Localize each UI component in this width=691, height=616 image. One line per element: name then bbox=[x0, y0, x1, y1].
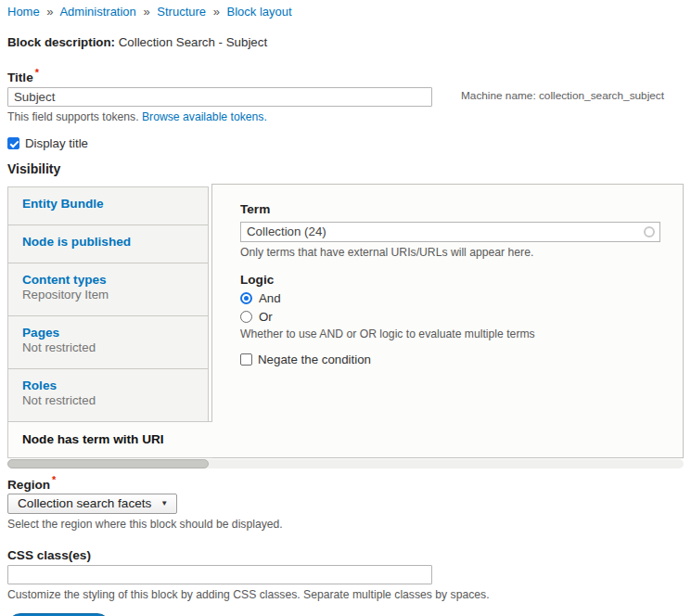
tab-pages[interactable]: Pages Not restricted bbox=[7, 315, 209, 369]
logic-and-row: And bbox=[240, 291, 660, 305]
block-configure-page: Home » Administration » Structure » Bloc… bbox=[0, 0, 691, 616]
tab-title: Node has term with URI bbox=[22, 431, 208, 447]
visibility-heading: Visibility bbox=[7, 161, 684, 176]
title-input[interactable] bbox=[7, 87, 432, 107]
tab-summary: Not restricted bbox=[22, 393, 203, 408]
logic-description: Whether to use AND or OR logic to evalua… bbox=[240, 327, 660, 340]
region-select-value: Collection search facets bbox=[18, 496, 151, 510]
logic-or-radio[interactable] bbox=[240, 311, 252, 323]
tab-title: Entity Bundle bbox=[22, 196, 203, 212]
negate-condition-row: Negate the condition bbox=[240, 353, 660, 366]
tab-title: Content types bbox=[22, 272, 203, 288]
logic-or-row: Or bbox=[240, 310, 660, 324]
term-input-wrap bbox=[240, 222, 660, 242]
required-marker: * bbox=[52, 474, 56, 485]
title-label-text: Title bbox=[7, 71, 33, 84]
term-label: Term bbox=[240, 202, 660, 216]
tab-title: Roles bbox=[22, 378, 203, 393]
css-classes-label: CSS class(es) bbox=[7, 548, 684, 562]
negate-condition-label[interactable]: Negate the condition bbox=[258, 353, 371, 366]
css-classes-description: Customize the styling of this block by a… bbox=[7, 588, 684, 601]
tab-summary: Not restricted bbox=[22, 340, 203, 355]
region-label: Region* bbox=[7, 474, 684, 492]
horizontal-scrollbar-track[interactable] bbox=[7, 459, 684, 468]
tab-node-has-term-with-uri[interactable]: Node has term with URI bbox=[7, 421, 212, 458]
tab-title: Node is published bbox=[22, 234, 203, 250]
logic-or-label[interactable]: Or bbox=[259, 310, 273, 324]
term-autocomplete-input[interactable] bbox=[240, 222, 660, 242]
tab-title: Pages bbox=[22, 325, 203, 340]
breadcrumb-link-home[interactable]: Home bbox=[7, 5, 40, 19]
breadcrumb: Home » Administration » Structure » Bloc… bbox=[7, 5, 684, 19]
css-classes-input[interactable] bbox=[7, 565, 432, 584]
block-description-value: Collection Search - Subject bbox=[119, 35, 267, 49]
chevron-down-icon: ▼ bbox=[160, 499, 168, 507]
title-row: Machine name: collection_search_subject bbox=[7, 84, 684, 107]
logic-label: Logic bbox=[240, 273, 660, 287]
block-description-row: Block description: Collection Search - S… bbox=[7, 35, 684, 49]
display-title-label[interactable]: Display title bbox=[25, 136, 88, 150]
autocomplete-throbber-icon bbox=[644, 226, 655, 237]
browse-tokens-link[interactable]: Browse available tokens. bbox=[142, 110, 267, 123]
tab-node-is-published[interactable]: Node is published bbox=[7, 225, 209, 263]
term-description: Only terms that have external URIs/URLs … bbox=[240, 246, 660, 259]
tab-summary: Repository Item bbox=[22, 288, 203, 302]
region-label-text: Region bbox=[7, 477, 50, 491]
breadcrumb-separator: » bbox=[46, 5, 53, 19]
block-description-label: Block description: bbox=[7, 35, 115, 49]
title-description-text: This field supports tokens. bbox=[7, 110, 139, 123]
negate-condition-checkbox[interactable] bbox=[240, 353, 252, 366]
visibility-tab-menu: Entity Bundle Node is published Content … bbox=[7, 186, 209, 458]
title-label: Title* bbox=[7, 67, 684, 84]
required-marker: * bbox=[35, 67, 39, 78]
horizontal-scrollbar-thumb[interactable] bbox=[7, 459, 209, 468]
tab-entity-bundle[interactable]: Entity Bundle bbox=[7, 186, 209, 225]
logic-group: Logic And Or Whether to use AND or OR lo… bbox=[240, 273, 660, 340]
breadcrumb-link-structure[interactable]: Structure bbox=[157, 5, 206, 19]
logic-and-label[interactable]: And bbox=[259, 291, 281, 305]
breadcrumb-link-administration[interactable]: Administration bbox=[59, 5, 135, 19]
display-title-row: Display title bbox=[7, 136, 684, 150]
display-title-checkbox[interactable] bbox=[7, 137, 19, 149]
breadcrumb-separator: » bbox=[213, 5, 220, 19]
breadcrumb-link-block-layout[interactable]: Block layout bbox=[227, 5, 292, 19]
logic-and-radio[interactable] bbox=[240, 292, 252, 304]
visibility-tab-pane: Term Only terms that have external URIs/… bbox=[211, 184, 684, 458]
visibility-vertical-tabs: Entity Bundle Node is published Content … bbox=[7, 184, 684, 458]
breadcrumb-separator: » bbox=[143, 5, 149, 19]
tab-content-types[interactable]: Content types Repository Item bbox=[7, 263, 209, 316]
tab-roles[interactable]: Roles Not restricted bbox=[7, 368, 209, 422]
title-description: This field supports tokens. Browse avail… bbox=[7, 110, 684, 123]
machine-name-text: Machine name: collection_search_subject bbox=[461, 89, 664, 102]
region-description: Select the region where this block shoul… bbox=[7, 518, 684, 531]
region-select[interactable]: Collection search facets ▼ bbox=[7, 494, 177, 514]
